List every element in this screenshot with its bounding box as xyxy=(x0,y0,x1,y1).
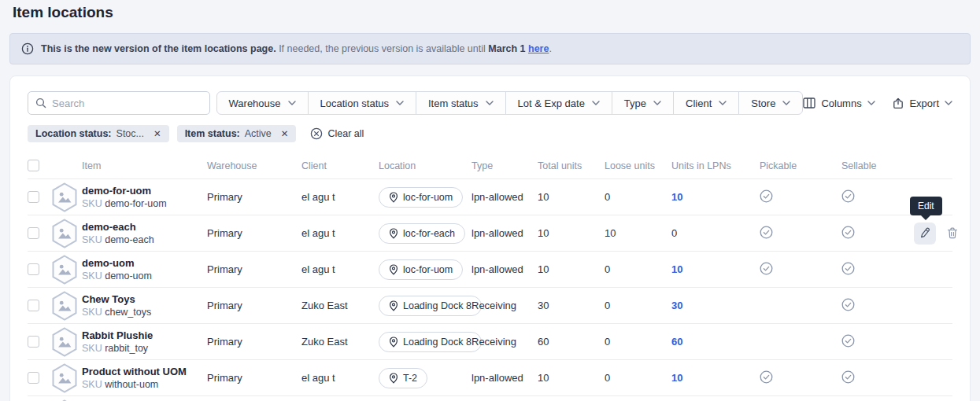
row-checkbox[interactable] xyxy=(28,263,39,275)
cell-warehouse: Primary xyxy=(207,191,301,203)
col-header-item[interactable]: Item xyxy=(51,160,207,171)
col-header-sellable[interactable]: Sellable xyxy=(841,160,914,171)
table-row: demo-each SKU demo-each Primary el agu t… xyxy=(28,215,952,252)
cell-warehouse: Primary xyxy=(207,300,301,311)
cell-total-units: 10 xyxy=(538,263,605,275)
cell-type: lpn-allowed xyxy=(472,191,538,203)
units-in-lpns-link[interactable]: 10 xyxy=(671,191,760,203)
columns-button[interactable]: Columns xyxy=(803,97,875,109)
item-sku: SKU chew_toys xyxy=(82,306,151,318)
table-row xyxy=(28,396,952,401)
cell-type: lpn-allowed xyxy=(472,372,538,384)
cell-loose-units: 0 xyxy=(605,191,671,203)
chevron-down-icon xyxy=(592,101,600,105)
chip-location-status: Location status:Stoc... ✕ xyxy=(28,125,169,142)
col-header-client[interactable]: Client xyxy=(301,160,379,171)
previous-version-link[interactable]: here xyxy=(528,43,549,54)
location-pill[interactable]: Loading Dock 8 xyxy=(379,332,482,352)
clear-all-button[interactable]: Clear all xyxy=(310,127,364,140)
cell-loose-units: 10 xyxy=(605,227,671,239)
row-checkbox[interactable] xyxy=(28,336,39,348)
info-icon xyxy=(21,42,34,55)
chip-item-status: Item status:Active ✕ xyxy=(177,125,297,142)
sellable-check-icon xyxy=(841,370,855,384)
location-pill[interactable]: loc-for-each xyxy=(379,223,465,244)
filter-type[interactable]: Type xyxy=(612,91,674,115)
filter-store[interactable]: Store xyxy=(738,91,803,115)
location-pill[interactable]: Loading Dock 8 xyxy=(379,296,482,316)
location-pill[interactable]: T-2 xyxy=(379,368,427,388)
item-sku: SKU without-uom xyxy=(82,378,187,391)
col-header-type[interactable]: Type xyxy=(472,160,538,171)
filter-item-status[interactable]: Item status xyxy=(416,91,506,115)
cell-client: Zuko East xyxy=(301,336,379,348)
item-image-icon xyxy=(51,291,78,321)
item-name[interactable]: demo-each xyxy=(82,221,154,234)
page-title: Item locations xyxy=(13,4,113,21)
cell-client: Zuko East xyxy=(301,300,379,311)
filter-lot-exp-date[interactable]: Lot & Exp date xyxy=(505,91,612,115)
col-header-loose-units[interactable]: Loose units xyxy=(605,160,671,171)
chevron-down-icon xyxy=(945,101,952,105)
export-button[interactable]: Export xyxy=(893,97,952,109)
cell-total-units: 30 xyxy=(538,300,605,311)
search-box[interactable] xyxy=(28,91,210,115)
cell-type: Receiving xyxy=(472,300,538,311)
trash-icon xyxy=(947,227,958,239)
sellable-check-icon xyxy=(841,226,855,239)
item-name[interactable]: Chew Toys xyxy=(82,293,151,306)
filter-group: Warehouse Location status Item status Lo… xyxy=(216,91,804,115)
location-pill[interactable]: loc-for-uom xyxy=(379,259,463,280)
chip-close-icon[interactable]: ✕ xyxy=(281,128,289,139)
col-header-warehouse[interactable]: Warehouse xyxy=(207,160,301,171)
table-row: Rabbit Plushie SKU rabbit_toy Primary Zu… xyxy=(28,324,952,360)
cell-client: el agu t xyxy=(301,191,379,203)
item-image-icon xyxy=(51,182,78,212)
item-name[interactable]: demo-for-uom xyxy=(82,185,167,197)
col-header-total-units[interactable]: Total units xyxy=(538,160,605,171)
filter-location-status[interactable]: Location status xyxy=(308,91,416,115)
item-name[interactable]: Product without UOM xyxy=(82,366,187,378)
item-name[interactable]: Rabbit Plushie xyxy=(82,329,153,342)
chevron-down-icon xyxy=(396,101,404,105)
pin-icon xyxy=(389,264,398,275)
item-image-icon xyxy=(51,219,78,248)
item-sku: SKU rabbit_toy xyxy=(82,342,153,355)
col-header-units-in-lpns[interactable]: Units in LPNs xyxy=(671,160,760,171)
units-in-lpns-link[interactable]: 10 xyxy=(671,263,760,275)
clear-all-icon xyxy=(310,127,323,140)
cell-warehouse: Primary xyxy=(207,372,301,384)
units-in-lpns-link[interactable]: 10 xyxy=(671,372,760,384)
item-locations-table: Item Warehouse Client Location Type Tota… xyxy=(28,153,952,401)
cell-type: lpn-allowed xyxy=(472,227,538,239)
col-header-location[interactable]: Location xyxy=(379,160,472,171)
units-in-lpns-link[interactable]: 60 xyxy=(671,336,760,348)
pickable-check-icon xyxy=(760,370,773,384)
pencil-icon xyxy=(919,227,930,239)
row-checkbox[interactable] xyxy=(28,227,39,239)
cell-warehouse: Primary xyxy=(207,336,301,348)
pin-icon xyxy=(389,192,398,203)
cell-units-in-lpns: 0 xyxy=(671,227,760,239)
cell-loose-units: 0 xyxy=(605,263,671,275)
select-all-checkbox[interactable] xyxy=(28,160,39,171)
cell-total-units: 10 xyxy=(538,372,605,384)
filter-client[interactable]: Client xyxy=(673,91,739,115)
cell-type: Receiving xyxy=(472,336,538,348)
item-name[interactable]: demo-uom xyxy=(82,257,152,270)
edit-button[interactable] xyxy=(914,223,936,245)
col-header-pickable[interactable]: Pickable xyxy=(760,160,841,171)
delete-button[interactable] xyxy=(941,223,963,245)
item-image-icon xyxy=(51,363,78,393)
cell-warehouse: Primary xyxy=(207,227,301,239)
row-checkbox[interactable] xyxy=(28,300,39,311)
chip-close-icon[interactable]: ✕ xyxy=(153,128,161,139)
row-checkbox[interactable] xyxy=(28,372,39,384)
pickable-check-icon xyxy=(760,189,773,203)
location-pill[interactable]: loc-for-uom xyxy=(379,187,463,208)
row-checkbox[interactable] xyxy=(28,191,39,203)
item-sku: SKU demo-each xyxy=(82,234,154,246)
units-in-lpns-link[interactable]: 30 xyxy=(671,300,760,311)
search-input[interactable] xyxy=(52,97,202,109)
filter-warehouse[interactable]: Warehouse xyxy=(216,91,309,115)
